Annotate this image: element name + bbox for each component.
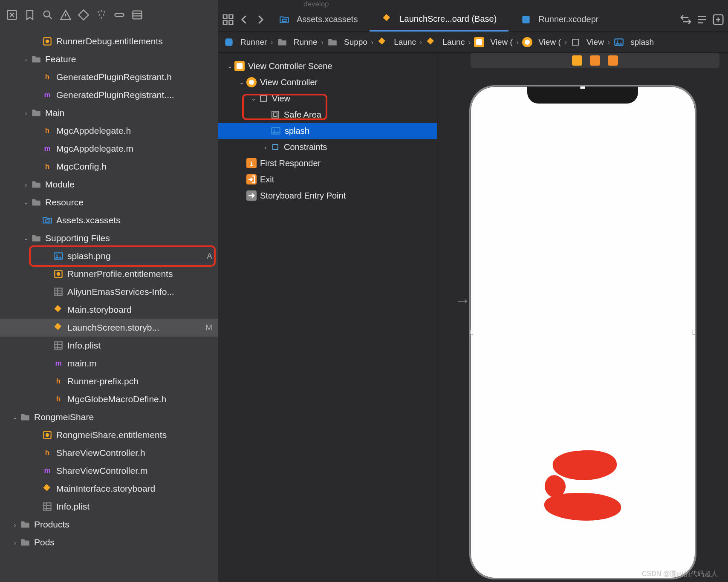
file-row[interactable]: Main.storyboard [0, 301, 218, 319]
svg-rect-12 [46, 220, 49, 222]
breadcrumb-item[interactable]: splash [613, 37, 654, 48]
file-row[interactable]: MainInterface.storyboard [0, 480, 218, 498]
file-row[interactable]: › Module [0, 176, 218, 193]
file-row[interactable]: ⌄ RongmeiShare [0, 408, 218, 426]
breadcrumb-item[interactable]: Launc› [425, 37, 471, 48]
file-row[interactable]: Info.plist [0, 337, 218, 354]
disclosure-icon[interactable]: › [21, 181, 31, 188]
outline-row[interactable]: Safe Area [218, 107, 437, 123]
disclosure-icon[interactable]: ⌄ [21, 199, 31, 206]
outline-row[interactable]: 1 First Responder [218, 155, 437, 171]
file-name: Assets.xcassets [56, 215, 121, 225]
disclosure-icon[interactable]: ⌄ [21, 234, 31, 242]
disclosure-icon[interactable]: › [21, 109, 31, 117]
bookmark-icon[interactable] [24, 9, 36, 21]
file-row[interactable]: RunnerProfile.entitlements [0, 265, 218, 283]
outline-row[interactable]: Storyboard Entry Point [218, 187, 437, 204]
document-outline[interactable]: ⌄ View Controller Scene ⌄ View Controlle… [218, 53, 437, 582]
file-row[interactable]: Info.plist [0, 498, 218, 516]
lines-icon[interactable] [696, 13, 708, 26]
disclosure-icon[interactable]: › [21, 56, 31, 63]
resize-handle[interactable] [580, 85, 585, 89]
outline-row[interactable]: splash [218, 123, 437, 139]
editor-tab[interactable]: Runner.xcodepr [508, 8, 610, 32]
outline-row[interactable]: Exit [218, 171, 437, 187]
file-row[interactable]: m GeneratedPluginRegistrant.... [0, 86, 218, 104]
resize-handle[interactable] [693, 330, 696, 335]
resize-handle[interactable] [469, 330, 473, 335]
back-icon[interactable] [238, 13, 251, 26]
file-name: RongmeiShare.entitlements [56, 430, 167, 440]
file-row[interactable]: RunnerDebug.entitlements [0, 32, 218, 50]
alignment-chip[interactable] [572, 55, 582, 66]
file-row[interactable]: h MgcConfig.h [0, 158, 218, 176]
outline-row[interactable]: ⌄ View Controller Scene [218, 58, 437, 74]
file-row[interactable]: AliyunEmasServices-Info... [0, 283, 218, 301]
forward-icon[interactable] [254, 13, 267, 26]
file-row[interactable]: h GeneratedPluginRegistrant.h [0, 68, 218, 86]
editor-tab[interactable]: Assets.xcassets [267, 8, 370, 32]
grid-icon[interactable] [222, 13, 234, 26]
file-row[interactable]: h ShareViewController.h [0, 444, 218, 462]
file-row[interactable]: Assets.xcassets [0, 211, 218, 229]
outline-label: Constraints [284, 142, 327, 152]
file-row[interactable]: › Main [0, 104, 218, 122]
file-tree[interactable]: RunnerDebug.entitlements › Feature h Gen… [0, 30, 218, 582]
file-row[interactable]: m ShareViewController.m [0, 462, 218, 480]
device-frame[interactable] [469, 85, 696, 579]
editor-tab[interactable]: LaunchScre...oard (Base) [370, 8, 508, 32]
file-row[interactable]: splash.png A [0, 247, 218, 265]
alignment-chip[interactable] [608, 55, 618, 66]
square-x-icon[interactable] [6, 9, 18, 21]
search-icon[interactable] [42, 9, 54, 21]
file-row[interactable]: LaunchScreen.storyb... M [0, 319, 218, 337]
file-row[interactable]: › Pods [0, 533, 218, 551]
pill-icon[interactable] [113, 9, 125, 21]
file-name: Pods [34, 537, 55, 547]
file-row[interactable]: RongmeiShare.entitlements [0, 426, 218, 444]
plus-box-icon[interactable] [712, 13, 725, 26]
file-name: Runner-prefix.pch [67, 376, 139, 386]
file-row[interactable]: ⌄ Resource [0, 193, 218, 211]
disclosure-icon[interactable]: › [261, 144, 270, 151]
file-row[interactable]: h Runner-prefix.pch [0, 372, 218, 390]
file-name: Feature [45, 54, 76, 64]
outline-row[interactable]: › Constraints [218, 139, 437, 155]
svg-rect-30 [476, 39, 482, 45]
diamond-icon[interactable] [78, 9, 90, 21]
breadcrumb-item[interactable]: Runner› [223, 37, 274, 48]
disclosure-icon[interactable]: ⌄ [10, 413, 20, 421]
disclosure-icon[interactable]: › [10, 539, 20, 546]
file-row[interactable]: › Feature [0, 50, 218, 68]
file-row[interactable]: ⌄ Supporting Files [0, 229, 218, 247]
breadcrumb-item[interactable]: Launc› [377, 37, 423, 48]
warning-icon[interactable] [60, 9, 72, 21]
scm-badge: M [205, 323, 212, 332]
disclosure-icon[interactable]: ⌄ [237, 78, 246, 86]
disclosure-icon[interactable]: ⌄ [249, 95, 258, 102]
spray-icon[interactable] [95, 9, 107, 21]
disclosure-icon[interactable]: ⌄ [225, 62, 234, 70]
interface-builder-canvas[interactable]: → CSDN @圆内的代码超人 [437, 53, 728, 582]
file-name: AliyunEmasServices-Info... [67, 287, 174, 297]
alignment-chip[interactable] [590, 55, 600, 66]
svg-point-16 [57, 273, 60, 276]
file-row[interactable]: › Products [0, 516, 218, 533]
file-row[interactable]: m MgcAppdelegate.m [0, 140, 218, 158]
file-row[interactable]: h MgcAppdelegate.h [0, 122, 218, 140]
swap-icon[interactable] [679, 13, 692, 26]
jump-bar[interactable]: Runner›Runne›Suppo›Launc›Launc›View (›Vi… [218, 32, 728, 53]
breadcrumb-item[interactable]: Suppo› [327, 37, 374, 48]
disclosure-icon[interactable]: › [10, 521, 20, 528]
list-icon[interactable] [131, 9, 143, 21]
breadcrumb-item[interactable]: View (› [522, 37, 568, 47]
editor-tabs[interactable]: Assets.xcassetsLaunchScre...oard (Base)R… [218, 8, 728, 32]
navigator-toolbar [0, 0, 218, 30]
file-row[interactable]: h MgcGlobeMacroDefine.h [0, 390, 218, 408]
outline-row[interactable]: ⌄ View [218, 90, 437, 107]
breadcrumb-item[interactable]: View› [570, 37, 611, 47]
outline-row[interactable]: ⌄ View Controller [218, 74, 437, 90]
file-row[interactable]: m main.m [0, 354, 218, 372]
breadcrumb-item[interactable]: Runne› [277, 37, 324, 48]
breadcrumb-item[interactable]: View (› [474, 37, 520, 47]
